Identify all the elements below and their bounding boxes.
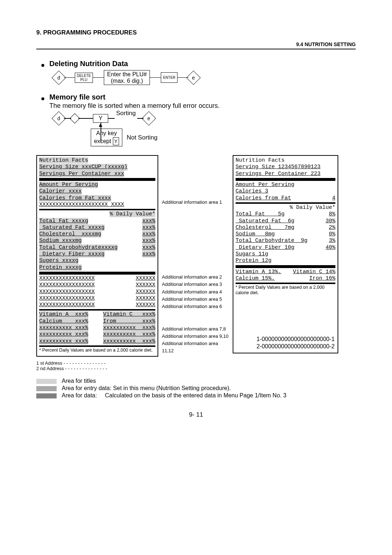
nf-vit-row: Calcium xxx%Irom xxx% xyxy=(39,318,155,325)
sort-description: The memory file is sorted when a memory … xyxy=(49,102,356,110)
divider xyxy=(36,49,356,49)
nf-cal-from-fat-r: 4 xyxy=(332,195,335,202)
sorting-label: Sorting xyxy=(116,110,136,117)
nf-address2: 2 nd Address - - - - - - - - - - - - - -… xyxy=(36,366,158,371)
nf-row: Cholesterol 7mg2% xyxy=(236,224,335,231)
legend: Area for titles Area for entry data: Set… xyxy=(36,378,356,399)
flow-end-diamond: e xyxy=(142,111,156,126)
nf-cal-from-fat: Calories from Fat xxxx xyxy=(39,195,111,202)
nf-amount-per-serving: Amount Per Serving xyxy=(39,182,98,188)
nf-vit-c: Vitamin C 14% xyxy=(293,269,335,275)
nf-sugars: Sugars 11g xyxy=(236,251,268,258)
nutrition-template-panel: Nutrition Facts Serving Size xxxCUP (xxx… xyxy=(36,155,158,371)
code-line-1: 1-000000000000000000000-1 xyxy=(257,336,335,343)
nf-row: Sodium xxxxmgxxx% xyxy=(39,238,155,244)
nf-dv-header: % Daily Value* xyxy=(290,204,335,211)
nf-servings-per: Servings Per Container 223 xyxy=(236,171,320,177)
annotation-column: Additional information area 1 Additional… xyxy=(162,155,229,371)
nf-row: Total Carbohydrate 9g3% xyxy=(236,238,335,244)
flow-input-box: Enter the PLU# (max. 6 dig.) xyxy=(104,70,150,85)
nf-calories: Calories 3 xyxy=(236,188,268,195)
anno-area910: Additional information area 9,10 xyxy=(162,333,229,340)
nf-iron: Iron 16% xyxy=(309,275,335,282)
legend-titles: Area for titles xyxy=(62,378,356,384)
nf-row: Cholesterol xxxxmgxxx% xyxy=(39,231,155,238)
anno-area4: Additional information area 4 xyxy=(162,288,229,296)
section-heading: 9.4 NUTRITION SETTING xyxy=(36,41,356,47)
nf-row: Dietary Fiber 10g40% xyxy=(236,244,335,251)
nf-addl-row: XXXXXXXXXXXXXXXXXXXXXXX xyxy=(39,275,155,282)
panels: Nutrition Facts Serving Size xxxCUP (xxx… xyxy=(36,155,356,371)
y-key-icon: Y xyxy=(113,137,119,145)
nf-title: Nutrition Facts xyxy=(236,157,285,163)
nf-row: Total Carobohydratexxxxgxxx% xyxy=(39,244,155,251)
nf-vit-row: xxxxxxxxxx xxx%xxxxxxxxxx xxx% xyxy=(39,325,155,331)
nf-row: Total Fat 5g8% xyxy=(236,211,335,218)
code-line-2: 2-000000000000000000000-2 xyxy=(257,343,335,350)
swatch-data xyxy=(36,393,57,398)
nf-addl-row: XXXXXXXXXXXXXXXXXXXXXXX xyxy=(39,282,155,288)
nf-vit-row: xxxxxxxxxx xxx%xxxxxxxxxx xxx% xyxy=(39,331,155,338)
nf-vit-row: Vitamin A xxx%Vitamin C xxx% xyxy=(39,311,155,318)
nf-row: Total Fat xxxxgxxx% xyxy=(39,218,155,224)
heading-sort: Memory file sort xyxy=(41,93,356,101)
anno-area78: Additional information area 7,8 xyxy=(162,325,229,333)
nf-calcium: Calcium 15%. xyxy=(236,275,275,282)
nf-vit-row: xxxxxxxxxx xxx%xxxxxxxxxx xxx% xyxy=(39,338,155,345)
nf-address1: 1 st Address - - - - - - - - - - - - - -… xyxy=(36,360,158,366)
nf-protein: Protein 12g xyxy=(236,258,271,264)
anno-area6: Additional information area 6 xyxy=(162,303,229,310)
heading-delete: Deleting Nutrition Data xyxy=(41,60,356,68)
nf-row: Saturated Fat xxxxgxxx% xyxy=(39,224,155,231)
legend-data: Area for data: Calculated on the basis o… xyxy=(62,392,356,399)
flow-end-diamond: e xyxy=(187,70,201,85)
nf-cal-from-fat-l: Calories from Fat xyxy=(236,195,291,202)
nf-dv-header: % Daily Value* xyxy=(110,211,155,217)
nf-calories: Calorier xxxx xyxy=(39,188,82,195)
flow-start-diamond: d xyxy=(52,111,66,126)
nf-addl-row: XXXXXXXXXXXXXXXXXXXXXXX xyxy=(39,289,155,295)
nf-footnote: * Percent Daily Values are based on a 2,… xyxy=(236,285,335,296)
flow-start-diamond: d xyxy=(52,70,66,85)
flow-y-key: Y xyxy=(93,114,108,123)
flow-sort: d Y Sorting e Any key except Y Not So xyxy=(54,113,356,146)
bullet-icon xyxy=(41,97,44,100)
anno-area3: Additional information area 3 xyxy=(162,281,229,288)
flow-enter-key: ENTER xyxy=(161,72,177,83)
nf-title: Nutrition Facts xyxy=(39,157,88,163)
nf-addinfo-1: XXXXXXXXXXXXXXXXXXXXX XXXX xyxy=(39,202,124,208)
swatch-titles xyxy=(36,379,57,384)
nf-vit-a: Vitamin A 13%. xyxy=(236,269,281,275)
flow-delete: d DELETE PLU Enter the PLU# (max. 6 dig.… xyxy=(54,70,356,85)
anno-area1: Additional information area 1 xyxy=(162,199,229,206)
flow-delete-key: DELETE PLU xyxy=(75,73,93,83)
anno-area5: Additional information area 5 xyxy=(162,296,229,303)
flow-branch-diamond xyxy=(70,113,80,123)
chapter-heading: 9. PROGRAMMING PROCEDURES xyxy=(36,29,356,36)
nf-amount-per-serving: Amount Per Serving xyxy=(236,182,294,188)
nf-serving-size: Serving Size xxxCUP (xxxxg) xyxy=(39,164,127,170)
nf-row: Dietary Fiber xxxxgxxx% xyxy=(39,251,155,258)
not-sorting-label: Not Sorting xyxy=(127,134,158,141)
nf-sugars: Sugers xxxxg xyxy=(39,258,78,264)
legend-entry: Area for entry data: Set in this menu (N… xyxy=(62,385,356,392)
heading-sort-text: Memory file sort xyxy=(49,93,105,101)
nf-serving-size: Serving Size 1234567890123 xyxy=(236,164,320,170)
nf-footnote: * Percent Daily Values are based on a 2,… xyxy=(39,348,155,353)
anno-area1112: Additional information area 11,12 xyxy=(162,340,229,355)
nf-row: Saturated Fat 6g30% xyxy=(236,218,335,224)
nf-addl-row: XXXXXXXXXXXXXXXXXXXXXXX xyxy=(39,295,155,302)
nf-addl-row: XXXXXXXXXXXXXXXXXXXXXXX xyxy=(39,302,155,308)
nutrition-example-panel: Nutrition Facts Serving Size 12345678901… xyxy=(233,155,338,371)
nf-row: Sodium 8mg0% xyxy=(236,231,335,238)
flow-anykey-box: Any key except Y xyxy=(91,129,122,146)
bullet-icon xyxy=(41,64,44,67)
heading-delete-text: Deleting Nutrition Data xyxy=(49,60,128,68)
swatch-entry xyxy=(36,386,57,391)
nf-servings-per: Servings Per Container xxx xyxy=(39,171,124,177)
anno-area2: Additional information area 2 xyxy=(162,274,229,281)
page-number: 9- 11 xyxy=(36,411,356,418)
page: 9. PROGRAMMING PROCEDURES 9.4 NUTRITION … xyxy=(0,0,392,433)
nf-protein: Protein xxxxg xyxy=(39,264,82,271)
